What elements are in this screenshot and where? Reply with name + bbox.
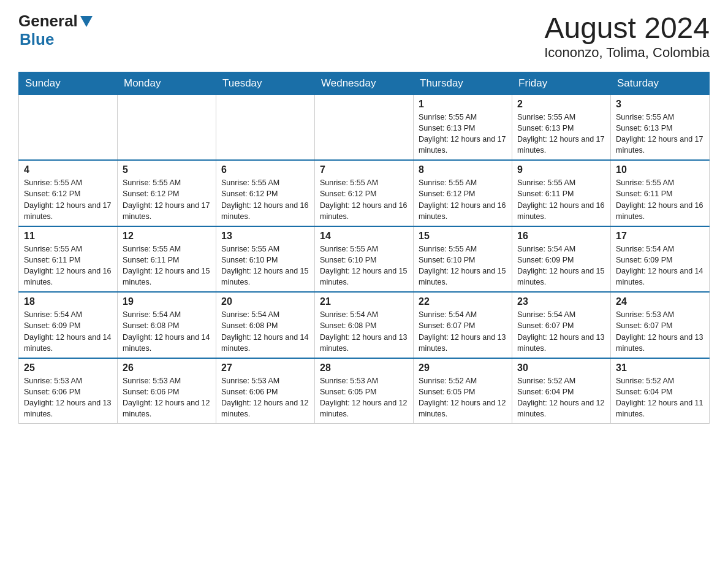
- calendar-day-cell: 17Sunrise: 5:54 AM Sunset: 6:09 PM Dayli…: [611, 226, 710, 293]
- day-of-week-header: Saturday: [611, 72, 710, 94]
- day-info: Sunrise: 5:53 AM Sunset: 6:06 PM Dayligh…: [221, 375, 309, 420]
- day-of-week-header: Monday: [118, 72, 216, 94]
- day-number: 21: [320, 296, 408, 307]
- day-info: Sunrise: 5:55 AM Sunset: 6:11 PM Dayligh…: [123, 243, 211, 288]
- day-number: 11: [24, 231, 112, 242]
- day-of-week-header: Thursday: [414, 72, 512, 94]
- day-info: Sunrise: 5:55 AM Sunset: 6:10 PM Dayligh…: [221, 243, 309, 288]
- day-info: Sunrise: 5:55 AM Sunset: 6:13 PM Dayligh…: [616, 112, 704, 156]
- day-info: Sunrise: 5:54 AM Sunset: 6:07 PM Dayligh…: [419, 309, 507, 354]
- day-number: 15: [419, 231, 507, 242]
- days-of-week-row: SundayMondayTuesdayWednesdayThursdayFrid…: [19, 72, 710, 94]
- day-number: 22: [419, 296, 507, 307]
- calendar-week-row: 1Sunrise: 5:55 AM Sunset: 6:13 PM Daylig…: [19, 94, 710, 160]
- calendar-subtitle: Icononzo, Tolima, Colombia: [544, 45, 710, 61]
- calendar-day-cell: 24Sunrise: 5:53 AM Sunset: 6:07 PM Dayli…: [611, 292, 710, 358]
- calendar-day-cell: 23Sunrise: 5:54 AM Sunset: 6:07 PM Dayli…: [512, 292, 611, 358]
- day-number: 7: [320, 164, 408, 175]
- day-number: 28: [320, 362, 408, 373]
- calendar-body: 1Sunrise: 5:55 AM Sunset: 6:13 PM Daylig…: [19, 94, 710, 424]
- day-info: Sunrise: 5:54 AM Sunset: 6:08 PM Dayligh…: [221, 309, 309, 354]
- day-of-week-header: Friday: [512, 72, 611, 94]
- day-number: 30: [517, 362, 605, 373]
- calendar-day-cell: 27Sunrise: 5:53 AM Sunset: 6:06 PM Dayli…: [216, 358, 315, 424]
- day-info: Sunrise: 5:54 AM Sunset: 6:08 PM Dayligh…: [123, 309, 211, 354]
- day-info: Sunrise: 5:53 AM Sunset: 6:06 PM Dayligh…: [24, 375, 112, 420]
- day-number: 3: [616, 99, 704, 110]
- day-number: 26: [123, 362, 211, 373]
- day-number: 4: [24, 164, 112, 175]
- calendar-day-cell: 22Sunrise: 5:54 AM Sunset: 6:07 PM Dayli…: [414, 292, 512, 358]
- logo-triangle-icon: [80, 16, 93, 27]
- calendar-day-cell: [19, 94, 118, 160]
- day-info: Sunrise: 5:53 AM Sunset: 6:06 PM Dayligh…: [123, 375, 211, 420]
- day-number: 25: [24, 362, 112, 373]
- day-info: Sunrise: 5:55 AM Sunset: 6:10 PM Dayligh…: [320, 243, 408, 288]
- calendar-day-cell: 7Sunrise: 5:55 AM Sunset: 6:12 PM Daylig…: [315, 160, 414, 226]
- day-number: 12: [123, 231, 211, 242]
- calendar-week-row: 11Sunrise: 5:55 AM Sunset: 6:11 PM Dayli…: [19, 226, 710, 293]
- day-info: Sunrise: 5:55 AM Sunset: 6:12 PM Dayligh…: [320, 177, 408, 222]
- day-of-week-header: Wednesday: [315, 72, 414, 94]
- calendar-day-cell: 13Sunrise: 5:55 AM Sunset: 6:10 PM Dayli…: [216, 226, 315, 293]
- calendar-day-cell: 1Sunrise: 5:55 AM Sunset: 6:13 PM Daylig…: [414, 94, 512, 160]
- logo-general-text: General: [18, 12, 78, 30]
- logo-general: General: [18, 12, 93, 30]
- calendar-day-cell: 8Sunrise: 5:55 AM Sunset: 6:12 PM Daylig…: [414, 160, 512, 226]
- calendar-day-cell: [118, 94, 216, 160]
- calendar-day-cell: 5Sunrise: 5:55 AM Sunset: 6:12 PM Daylig…: [118, 160, 216, 226]
- day-number: 20: [221, 296, 309, 307]
- day-of-week-header: Sunday: [19, 72, 118, 94]
- calendar-day-cell: 21Sunrise: 5:54 AM Sunset: 6:08 PM Dayli…: [315, 292, 414, 358]
- day-info: Sunrise: 5:52 AM Sunset: 6:04 PM Dayligh…: [616, 375, 704, 420]
- day-info: Sunrise: 5:54 AM Sunset: 6:08 PM Dayligh…: [320, 309, 408, 354]
- day-number: 5: [123, 164, 211, 175]
- calendar-day-cell: 9Sunrise: 5:55 AM Sunset: 6:11 PM Daylig…: [512, 160, 611, 226]
- day-number: 17: [616, 231, 704, 242]
- day-number: 23: [517, 296, 605, 307]
- day-number: 27: [221, 362, 309, 373]
- day-info: Sunrise: 5:54 AM Sunset: 6:09 PM Dayligh…: [517, 243, 605, 288]
- day-number: 8: [419, 164, 507, 175]
- calendar-day-cell: 25Sunrise: 5:53 AM Sunset: 6:06 PM Dayli…: [19, 358, 118, 424]
- day-info: Sunrise: 5:52 AM Sunset: 6:04 PM Dayligh…: [517, 375, 605, 420]
- calendar-day-cell: 18Sunrise: 5:54 AM Sunset: 6:09 PM Dayli…: [19, 292, 118, 358]
- day-info: Sunrise: 5:55 AM Sunset: 6:11 PM Dayligh…: [517, 177, 605, 222]
- calendar-day-cell: 16Sunrise: 5:54 AM Sunset: 6:09 PM Dayli…: [512, 226, 611, 293]
- calendar-day-cell: 31Sunrise: 5:52 AM Sunset: 6:04 PM Dayli…: [611, 358, 710, 424]
- day-info: Sunrise: 5:55 AM Sunset: 6:11 PM Dayligh…: [616, 177, 704, 222]
- title-block: August 2024 Icononzo, Tolima, Colombia: [544, 12, 710, 61]
- calendar-day-cell: 15Sunrise: 5:55 AM Sunset: 6:10 PM Dayli…: [414, 226, 512, 293]
- day-info: Sunrise: 5:54 AM Sunset: 6:07 PM Dayligh…: [517, 309, 605, 354]
- calendar-day-cell: 14Sunrise: 5:55 AM Sunset: 6:10 PM Dayli…: [315, 226, 414, 293]
- day-info: Sunrise: 5:54 AM Sunset: 6:09 PM Dayligh…: [616, 243, 704, 288]
- calendar-day-cell: 12Sunrise: 5:55 AM Sunset: 6:11 PM Dayli…: [118, 226, 216, 293]
- day-number: 18: [24, 296, 112, 307]
- calendar-week-row: 4Sunrise: 5:55 AM Sunset: 6:12 PM Daylig…: [19, 160, 710, 226]
- calendar-day-cell: 10Sunrise: 5:55 AM Sunset: 6:11 PM Dayli…: [611, 160, 710, 226]
- calendar-day-cell: 4Sunrise: 5:55 AM Sunset: 6:12 PM Daylig…: [19, 160, 118, 226]
- day-info: Sunrise: 5:55 AM Sunset: 6:13 PM Dayligh…: [419, 112, 507, 156]
- calendar-day-cell: 20Sunrise: 5:54 AM Sunset: 6:08 PM Dayli…: [216, 292, 315, 358]
- day-info: Sunrise: 5:55 AM Sunset: 6:12 PM Dayligh…: [221, 177, 309, 222]
- calendar-week-row: 25Sunrise: 5:53 AM Sunset: 6:06 PM Dayli…: [19, 358, 710, 424]
- calendar-day-cell: 28Sunrise: 5:53 AM Sunset: 6:05 PM Dayli…: [315, 358, 414, 424]
- calendar-title: August 2024: [544, 12, 710, 45]
- calendar-table: SundayMondayTuesdayWednesdayThursdayFrid…: [18, 72, 710, 424]
- day-info: Sunrise: 5:53 AM Sunset: 6:05 PM Dayligh…: [320, 375, 408, 420]
- calendar-day-cell: 3Sunrise: 5:55 AM Sunset: 6:13 PM Daylig…: [611, 94, 710, 160]
- calendar-day-cell: 11Sunrise: 5:55 AM Sunset: 6:11 PM Dayli…: [19, 226, 118, 293]
- day-number: 9: [517, 164, 605, 175]
- day-number: 2: [517, 99, 605, 110]
- logo: General Blue: [18, 12, 93, 49]
- calendar-week-row: 18Sunrise: 5:54 AM Sunset: 6:09 PM Dayli…: [19, 292, 710, 358]
- day-number: 1: [419, 99, 507, 110]
- day-info: Sunrise: 5:55 AM Sunset: 6:12 PM Dayligh…: [123, 177, 211, 222]
- day-number: 13: [221, 231, 309, 242]
- day-info: Sunrise: 5:52 AM Sunset: 6:05 PM Dayligh…: [419, 375, 507, 420]
- calendar-day-cell: 6Sunrise: 5:55 AM Sunset: 6:12 PM Daylig…: [216, 160, 315, 226]
- page-header: General Blue August 2024 Icononzo, Tolim…: [18, 12, 710, 61]
- day-number: 14: [320, 231, 408, 242]
- day-number: 6: [221, 164, 309, 175]
- day-of-week-header: Tuesday: [216, 72, 315, 94]
